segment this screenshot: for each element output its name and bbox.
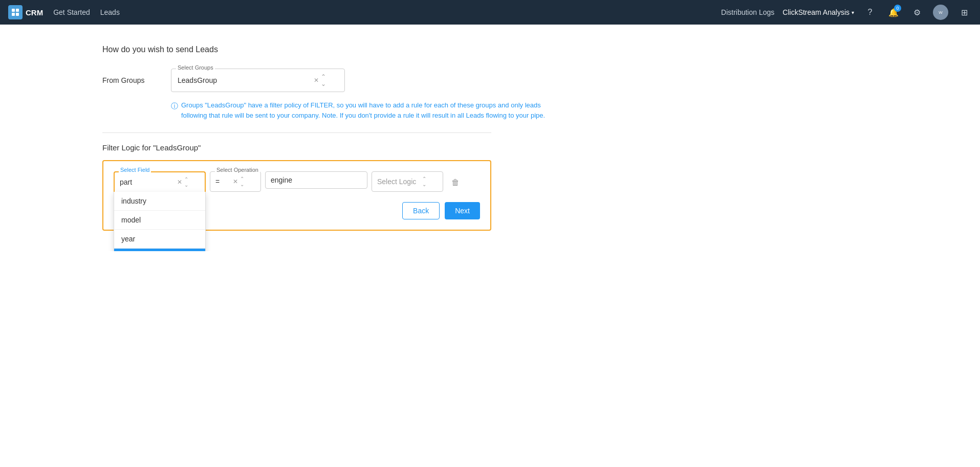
filter-logic-title: Filter Logic for "LeadsGroup": [102, 143, 878, 152]
operation-select-label: Select Operation: [215, 167, 260, 173]
info-icon: ⓘ: [171, 101, 178, 112]
gear-icon: ⚙: [913, 8, 921, 17]
section-divider: [102, 132, 491, 133]
from-groups-row: From Groups Select Groups LeadsGroup ✕ ⌃…: [102, 69, 878, 92]
clickstream-label: ClickStream Analysis: [782, 8, 850, 16]
value-input-container: [265, 171, 367, 189]
dropdown-item-part[interactable]: part: [114, 249, 205, 251]
user-avatar[interactable]: W: [933, 5, 948, 20]
svg-rect-0: [12, 9, 15, 12]
operation-chevron-icon: ⌃⌄: [240, 176, 244, 187]
logic-placeholder: Select Logic: [377, 177, 416, 186]
logo-icon: [8, 5, 23, 19]
nav-get-started[interactable]: Get Started: [53, 8, 90, 16]
field-select-container: Select Field part ✕ ⌃⌄ industry model: [114, 171, 206, 192]
field-clear-icon[interactable]: ✕: [177, 179, 182, 186]
field-select-label: Select Field: [119, 167, 151, 173]
field-dropdown-list: industry model year part: [114, 192, 206, 251]
dropdown-item-year[interactable]: year: [114, 230, 205, 249]
field-chevron-icon: ⌃⌄: [184, 176, 188, 188]
chevron-down-icon: ▾: [852, 10, 854, 15]
page-question: How do you wish to send Leads: [102, 45, 878, 54]
trash-icon: 🗑: [451, 178, 460, 187]
svg-rect-3: [16, 13, 19, 16]
operation-select-container: Select Operation = ✕ ⌃⌄: [210, 171, 261, 192]
clickstream-dropdown[interactable]: ClickStream Analysis ▾: [782, 8, 854, 16]
clear-icon[interactable]: ✕: [314, 77, 319, 84]
top-navigation: CRM Get Started Leads Distribution Logs …: [0, 0, 980, 25]
filter-row: Select Field part ✕ ⌃⌄ industry model: [114, 171, 480, 192]
notification-button[interactable]: 🔔 0: [886, 5, 901, 20]
logo-text: CRM: [26, 8, 43, 17]
dropdown-item-model[interactable]: model: [114, 211, 205, 230]
grid-button[interactable]: ⊞: [956, 5, 972, 20]
question-icon: ?: [868, 8, 873, 17]
groups-select-wrapper: Select Groups LeadsGroup ✕ ⌃⌄: [171, 69, 345, 92]
operation-value: =: [215, 177, 220, 186]
groups-select-label: Select Groups: [176, 64, 215, 71]
delete-row-button[interactable]: 🗑: [447, 174, 464, 191]
svg-rect-2: [12, 13, 15, 16]
info-text: Groups "LeadsGroup" have a filter policy…: [181, 100, 550, 120]
next-button[interactable]: Next: [445, 202, 480, 219]
main-content: How do you wish to send Leads From Group…: [0, 25, 980, 251]
svg-rect-1: [16, 9, 19, 12]
notification-badge: 0: [894, 5, 901, 12]
nav-right: Distribution Logs ClickStream Analysis ▾…: [721, 5, 972, 20]
value-input[interactable]: [265, 171, 367, 189]
nav-leads[interactable]: Leads: [100, 8, 120, 16]
chevron-up-down-icon: ⌃⌄: [321, 73, 326, 87]
logic-select-container: Select Logic ⌃⌄: [372, 171, 443, 192]
grid-icon: ⊞: [961, 8, 968, 17]
field-select-input[interactable]: part ✕ ⌃⌄: [114, 171, 206, 192]
groups-select-value: LeadsGroup: [178, 76, 217, 84]
field-select-value: part: [120, 178, 132, 186]
operation-select-input[interactable]: = ✕ ⌃⌄: [210, 171, 261, 192]
info-message: ⓘ Groups "LeadsGroup" have a filter poli…: [171, 100, 550, 120]
help-button[interactable]: ?: [862, 5, 878, 20]
distribution-logs-link[interactable]: Distribution Logs: [721, 8, 774, 16]
groups-select-input[interactable]: LeadsGroup ✕ ⌃⌄: [171, 69, 345, 92]
logic-chevron-icon: ⌃⌄: [422, 176, 426, 187]
operation-clear-icon[interactable]: ✕: [233, 178, 238, 185]
from-groups-label: From Groups: [102, 76, 159, 84]
dropdown-item-industry[interactable]: industry: [114, 192, 205, 211]
settings-button[interactable]: ⚙: [909, 5, 925, 20]
logic-select-input[interactable]: Select Logic ⌃⌄: [372, 171, 443, 192]
logo[interactable]: CRM: [8, 5, 43, 19]
back-button[interactable]: Back: [402, 202, 440, 219]
filter-logic-box: Select Field part ✕ ⌃⌄ industry model: [102, 160, 491, 231]
